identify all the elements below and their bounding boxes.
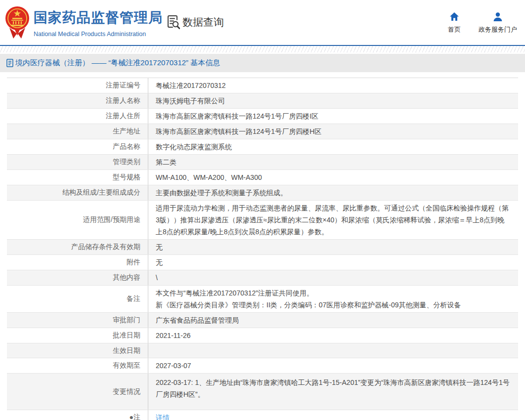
table-row: 适用范围/预期用途 适用于尿流动力学检测，用于动态监测患者的尿量、尿流率、尿比重… — [7, 201, 518, 240]
breadcrumb-text: 境内医疗器械（注册） —— “粤械注准20172070312” 基本信息 — [15, 58, 220, 68]
row-value: 适用于尿流动力学检测，用于动态监测患者的尿量、尿流率、尿比重参数。可通过公式（全… — [148, 201, 518, 239]
row-label: 注册人名称 — [7, 93, 148, 108]
breadcrumb: 境内医疗器械（注册） —— “粤械注准20172070312” 基本信息 — [0, 54, 525, 72]
table-row: 注册证编号 粤械注准20172070312 — [7, 78, 518, 93]
document-icon — [6, 59, 13, 67]
table-row: 其他内容 \ — [7, 270, 518, 286]
table-row: 型号规格 WM-A100、WM-A200、WM-A300 — [7, 170, 518, 185]
table-row: 批准日期 2021-11-26 — [7, 328, 518, 343]
row-label: 生效日期 — [7, 343, 148, 358]
table-row: 注册人住所 珠海市高新区唐家湾镇科技一路124号1号厂房四楼I区 — [7, 109, 518, 124]
org-title-block: 国家药品监督管理局 National Medical Products Admi… — [34, 8, 163, 38]
row-label: 产品名称 — [7, 139, 148, 154]
table-row: 管理类别 第二类 — [7, 155, 518, 170]
row-label: 注册证编号 — [7, 78, 148, 93]
row-label: 产品储存条件及有效期 — [7, 240, 148, 254]
row-value: 2027-03-07 — [148, 358, 518, 373]
national-emblem-icon — [5, 5, 30, 40]
row-label: 变更情况 — [7, 374, 148, 410]
page-header: 国家药品监督管理局 National Medical Products Admi… — [0, 0, 525, 46]
row-label: 备注 — [7, 286, 148, 312]
table-row: 变更情况 2022-03-17: 1、生产地址由“珠海市唐家湾镇哈工大路1号-1… — [7, 374, 518, 410]
row-value: 无 — [148, 255, 518, 270]
data-query-icon — [167, 15, 180, 29]
row-label: 有效期至 — [7, 358, 148, 373]
row-value: 粤械注准20172070312 — [148, 78, 518, 93]
row-value: WM-A100、WM-A200、WM-A300 — [148, 170, 518, 185]
row-value: 详情 — [148, 410, 518, 420]
row-value: 数字化动态尿液监测系统 — [148, 139, 518, 154]
row-label: 生产地址 — [7, 124, 148, 139]
row-label: 管理类别 — [7, 155, 148, 169]
data-query-label: 数据查询 — [182, 15, 224, 29]
person-icon — [493, 12, 503, 22]
nmpa-logo[interactable] — [5, 5, 30, 40]
row-value: 无 — [148, 240, 518, 254]
table-row: 生产地址 珠海市高新区唐家湾镇科技一路124号1号厂房四楼H区 — [7, 124, 518, 139]
row-value: 珠海市高新区唐家湾镇科技一路124号1号厂房四楼H区 — [148, 124, 518, 139]
row-label: 注册人住所 — [7, 109, 148, 124]
row-value: 珠海沃姆电子有限公司 — [148, 93, 518, 108]
org-name-zh: 国家药品监督管理局 — [34, 8, 163, 27]
registration-info-table: 注册证编号 粤械注准20172070312 注册人名称 珠海沃姆电子有限公司 注… — [7, 78, 518, 420]
row-label: ●注 — [7, 410, 148, 420]
row-value: 第二类 — [148, 155, 518, 169]
data-query-link[interactable]: 数据查询 — [167, 15, 224, 29]
nav-gov-portal-label: 政务服务门户 — [479, 25, 517, 34]
row-value: 广东省食品药品监督管理局 — [148, 313, 518, 328]
table-row: 注册人名称 珠海沃姆电子有限公司 — [7, 93, 518, 109]
table-row: 有效期至 2027-03-07 — [7, 358, 518, 374]
row-label: 批准日期 — [7, 328, 148, 343]
org-name-en: National Medical Products Administration — [34, 31, 163, 38]
table-row: 备注 本文件与“粤械注准20172070312”注册证共同使用。 新《医疗器械分… — [7, 286, 518, 313]
table-row: 结构及组成/主要组成成分 主要由数据处理子系统和测量子系统组成。 — [7, 185, 518, 201]
table-row: ●注 详情 — [7, 410, 518, 420]
row-value: 2021-11-26 — [148, 328, 518, 343]
table-row: 产品储存条件及有效期 无 — [7, 240, 518, 255]
row-value: 主要由数据处理子系统和测量子系统组成。 — [148, 185, 518, 200]
table-row: 附件 无 — [7, 255, 518, 270]
row-label: 其他内容 — [7, 270, 148, 285]
home-icon — [449, 12, 459, 22]
row-value: 本文件与“粤械注准20172070312”注册证共同使用。 新《医疗器械分类目录… — [148, 286, 518, 312]
row-label: 型号规格 — [7, 170, 148, 185]
row-value: 珠海市高新区唐家湾镇科技一路124号1号厂房四楼I区 — [148, 109, 518, 124]
row-value: \ — [148, 270, 518, 285]
row-value — [148, 343, 518, 358]
row-value: 2022-03-17: 1、生产地址由“珠海市唐家湾镇哈工大路1号-15-A20… — [148, 374, 518, 410]
table-row: 生效日期 — [7, 343, 518, 358]
nav-home[interactable]: 首页 — [448, 12, 461, 34]
hatch-divider — [0, 46, 525, 52]
row-label: 审批部门 — [7, 313, 148, 328]
top-nav: 首页 政务服务门户 — [448, 12, 517, 34]
nav-home-label: 首页 — [448, 25, 461, 34]
nav-gov-portal[interactable]: 政务服务门户 — [479, 12, 517, 34]
detail-link[interactable]: 详情 — [156, 412, 170, 420]
table-row: 产品名称 数字化动态尿液监测系统 — [7, 139, 518, 155]
row-label: 结构及组成/主要组成成分 — [7, 185, 148, 200]
row-label: 适用范围/预期用途 — [7, 201, 148, 239]
table-row: 审批部门 广东省食品药品监督管理局 — [7, 313, 518, 328]
row-label: 附件 — [7, 255, 148, 270]
